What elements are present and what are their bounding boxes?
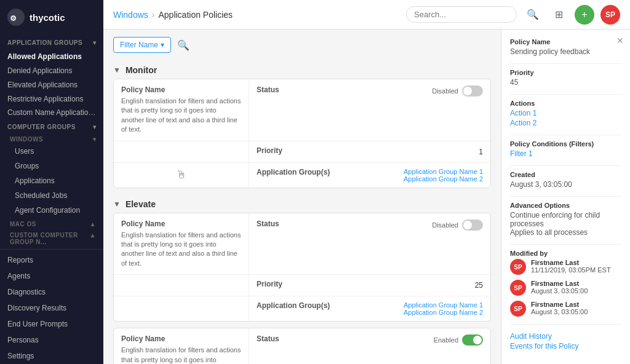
policy-name-text-m1: English translation for filters and acti… [121, 97, 241, 135]
rp-conditions-section: Policy Conditions (Filters) Filter 1 [510, 140, 621, 158]
rp-actions-section: Actions Action 1 Action 2 [510, 100, 621, 127]
appgroup-link-e1-2[interactable]: Application Group Name 2 [404, 309, 483, 316]
section-monitor-chevron: ▼ [113, 66, 121, 74]
filter-search-icon[interactable]: 🔍 [177, 39, 189, 51]
rp-modified-label: Modified by [510, 250, 621, 257]
rp-actions-label: Actions [510, 100, 621, 107]
sidebar-item-custom[interactable]: Custom Name Application... [0, 105, 103, 119]
modifier-3: SP Firstname Last August 3, 03:05:00 [510, 301, 621, 317]
policy-list: Filter Name ▾ 🔍 ▼ Monitor Policy Name En… [103, 30, 501, 364]
modifier-2: SP Firstname Last August 3, 03:05:00 [510, 280, 621, 296]
search-icon[interactable]: 🔍 [523, 5, 543, 25]
search-input[interactable] [406, 6, 517, 23]
appgroups-header-m1: Application Group(s) [257, 168, 330, 176]
status-label-e2: Enabled [434, 336, 458, 344]
rp-conditions-label: Policy Conditions (Filters) [510, 140, 621, 148]
sidebar: ⚙ thycotic APPLICATION GROUPS ▾ Allowed … [0, 0, 103, 364]
logo: ⚙ thycotic [0, 0, 103, 34]
avatar-info-2: Firstname Last August 3, 03:05:00 [531, 280, 588, 295]
sidebar-item-personas[interactable]: Personas [0, 332, 103, 348]
sidebar-item-elevated[interactable]: Elevated Applications [0, 77, 103, 91]
breadcrumb-current: Application Policies [158, 10, 233, 20]
rp-created-value: August 3, 03:05:00 [510, 180, 621, 189]
avatar-2: SP [510, 280, 526, 296]
rp-policy-name-section: Policy Name Sending policy feedback [510, 38, 621, 56]
rp-action-1[interactable]: Action 1 [510, 109, 621, 117]
sidebar-item-settings[interactable]: Settings [0, 348, 103, 364]
rp-policy-name-label: Policy Name [510, 38, 621, 46]
filter-name-button[interactable]: Filter Name ▾ [113, 37, 171, 53]
windows-label: WINDOWS ▾ [0, 133, 103, 144]
avatar-info-3: Firstname Last August 3, 03:05:00 [531, 301, 588, 315]
sidebar-item-agents[interactable]: Agents [0, 268, 103, 284]
policy-card-monitor-1: Policy Name English translation for filt… [113, 79, 491, 188]
add-icon[interactable]: + [575, 5, 594, 25]
rp-advanced-section: Advanced Options Continue enforcing for … [510, 202, 621, 237]
policy-name-header-e1: Policy Name [121, 220, 241, 228]
content-area: Filter Name ▾ 🔍 ▼ Monitor Policy Name En… [103, 30, 630, 364]
grid-icon[interactable]: ⊞ [549, 5, 568, 25]
sidebar-item-discovery[interactable]: Discovery Results [0, 300, 103, 316]
sidebar-item-users[interactable]: Users [0, 144, 103, 159]
rp-created-label: Created [510, 171, 621, 178]
sidebar-item-allowed[interactable]: Allowed Applications [0, 49, 103, 63]
custom-group-label: CUSTOM COMPUTER GROUP N... ▲ [0, 229, 103, 247]
sidebar-item-reports[interactable]: Reports [0, 252, 103, 268]
section-elevate-chevron: ▼ [113, 200, 121, 208]
rp-advanced-label: Advanced Options [510, 202, 621, 209]
sidebar-item-agent-config[interactable]: Agent Configuration [0, 203, 103, 218]
sidebar-item-scheduled-jobs[interactable]: Scheduled Jobs [0, 188, 103, 203]
macos-label: MAC OS ▲ [0, 218, 103, 229]
status-toggle-e2[interactable] [462, 334, 483, 346]
avatar-info-1: Firstname Last 11/11/2019, 03:05PM EST [531, 259, 611, 274]
filter-name-label: Filter Name [120, 41, 158, 49]
svg-text:⚙: ⚙ [10, 14, 17, 23]
breadcrumb-home[interactable]: Windows [113, 10, 148, 20]
sidebar-item-end-user[interactable]: End User Prompts [0, 316, 103, 332]
status-label-e1: Disabled [432, 221, 458, 229]
right-panel-close[interactable]: ✕ [616, 36, 624, 46]
sidebar-item-groups[interactable]: Groups [0, 159, 103, 173]
section-monitor[interactable]: ▼ Monitor [113, 60, 491, 79]
policy-name-text-e2: English translation for filters and acti… [121, 346, 241, 364]
events-link[interactable]: Events for this Policy [510, 342, 621, 350]
rp-priority-value: 45 [510, 78, 621, 87]
appgroup-link-m1-2[interactable]: Application Group Name 2 [404, 175, 483, 183]
rp-advanced-2: Applies to all processes [510, 228, 621, 237]
sidebar-item-applications[interactable]: Applications [0, 173, 103, 188]
appgroups-header-e1: Application Group(s) [257, 301, 330, 310]
avatar-1: SP [510, 259, 526, 275]
section-monitor-title: Monitor [126, 65, 157, 75]
priority-header-e1: Priority [257, 280, 282, 288]
status-toggle-e1[interactable] [462, 220, 483, 231]
policy-name-text-e1: English translation for filters and acti… [121, 231, 241, 269]
section-elevate[interactable]: ▼ Elevate [113, 194, 491, 213]
status-toggle-m1[interactable] [462, 85, 483, 97]
avatar-3: SP [510, 301, 526, 317]
sidebar-item-denied[interactable]: Denied Applications [0, 63, 103, 77]
app-groups-header: APPLICATION GROUPS ▾ [0, 34, 103, 49]
rp-modified-section: Modified by SP Firstname Last 11/11/2019… [510, 250, 621, 317]
filter-bar: Filter Name ▾ 🔍 [113, 37, 491, 53]
rp-action-2[interactable]: Action 2 [510, 119, 621, 127]
audit-history-link[interactable]: Audit History [510, 332, 621, 341]
sidebar-item-restrictive[interactable]: Restrictive Applications [0, 91, 103, 105]
priority-value-e1: 25 [475, 281, 483, 290]
rp-bottom-links: Audit History Events for this Policy [510, 332, 621, 350]
user-avatar[interactable]: SP [600, 5, 620, 25]
section-elevate-title: Elevate [126, 199, 156, 209]
topbar: Windows › Application Policies 🔍 ⊞ + SP [103, 0, 630, 30]
priority-value-m1: 1 [479, 148, 483, 156]
policy-card-elevate-1: Policy Name English translation for filt… [113, 213, 491, 322]
priority-header-m1: Priority [257, 146, 282, 155]
rp-filter-1[interactable]: Filter 1 [510, 149, 621, 158]
rp-priority-label: Priority [510, 69, 621, 76]
breadcrumb: Windows › Application Policies [113, 10, 233, 20]
appgroup-link-m1-1[interactable]: Application Group Name 1 [404, 168, 483, 175]
rp-priority-section: Priority 45 [510, 69, 621, 87]
policy-name-header-e2: Policy Name [121, 334, 241, 343]
right-panel: ✕ Policy Name Sending policy feedback Pr… [501, 30, 630, 364]
sidebar-item-diagnostics[interactable]: Diagnostics [0, 284, 103, 300]
topbar-actions: 🔍 ⊞ + SP [406, 5, 620, 25]
appgroup-link-e1-1[interactable]: Application Group Name 1 [404, 301, 483, 309]
